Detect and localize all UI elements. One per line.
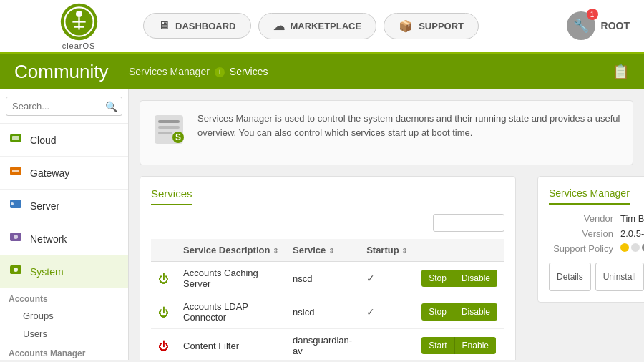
check-1: ✓ <box>366 306 375 318</box>
breadcrumb-services-manager[interactable]: Services Manager <box>129 66 210 77</box>
nav-marketplace-label: MARKETPLACE <box>291 21 362 31</box>
svg-rect-11 <box>12 170 19 172</box>
svg-rect-21 <box>158 132 172 134</box>
sidebar-item-server-label: Server <box>30 200 59 212</box>
svg-point-15 <box>14 235 18 239</box>
sidebar-item-gateway[interactable]: Gateway <box>0 157 128 190</box>
sidebar-item-cloud-label: Cloud <box>30 134 57 146</box>
breadcrumb-separator: + <box>214 65 225 77</box>
svg-point-2 <box>75 10 82 16</box>
nav-support[interactable]: 📦 SUPPORT <box>384 13 479 39</box>
sidebar-sub-users[interactable]: Users <box>0 325 128 343</box>
status-icon-2: ⏻ <box>158 340 169 352</box>
system-icon <box>9 263 23 280</box>
svg-rect-9 <box>12 136 19 140</box>
clearos-logo <box>59 2 99 41</box>
th-description[interactable]: Service Description ⇕ <box>176 239 286 262</box>
support-icon: 📦 <box>399 19 413 33</box>
th-actions <box>414 239 504 262</box>
cell-svc-2: dansguardian-av <box>286 329 359 361</box>
gateway-icon <box>9 164 23 182</box>
panel-buttons: Details Uninstall Rate App <box>549 263 644 291</box>
btn-uninstall[interactable]: Uninstall <box>595 263 644 291</box>
community-title: Community <box>14 61 129 83</box>
sort-service: ⇕ <box>328 247 334 255</box>
nav-dashboard-label: DASHBOARD <box>175 21 236 31</box>
version-value: 2.0.5-1 <box>620 228 644 239</box>
status-icon-0: ⏻ <box>158 273 169 285</box>
cell-desc-2: Content Filter <box>176 329 286 361</box>
nav-dashboard[interactable]: 🖥 DASHBOARD <box>143 13 251 39</box>
info-row-policy: Support Policy <box>549 243 644 254</box>
logo-area: clearOS <box>14 2 143 50</box>
page-icon-right: 📋 <box>612 63 630 80</box>
sidebar-sub-groups[interactable]: Groups <box>0 307 128 325</box>
info-text: Services Manager is used to control the … <box>197 112 622 140</box>
svg-rect-20 <box>158 126 180 129</box>
btn-start-2[interactable]: Start <box>421 337 454 354</box>
th-service-label: Service <box>293 245 326 255</box>
cell-desc-0: Accounts Caching Server <box>176 262 286 295</box>
svg-text:S: S <box>175 132 181 142</box>
info-row-vendor: Vendor Tim Burgess <box>549 213 644 224</box>
wrench-icon: 🔧 <box>573 18 589 34</box>
check-0: ✓ <box>366 273 375 284</box>
root-button[interactable]: 🔧 1 ROOT <box>567 11 630 40</box>
main-layout: 🔍 Cloud Gateway Server Network <box>0 89 644 360</box>
nav-marketplace[interactable]: ☁ MARKETPLACE <box>258 13 377 39</box>
btn-stop-1[interactable]: Stop <box>421 303 454 321</box>
sidebar: 🔍 Cloud Gateway Server Network <box>0 89 129 360</box>
services-panel: Services Service Description ⇕ <box>140 176 516 360</box>
dashboard-icon: 🖥 <box>158 19 170 32</box>
cell-svc-1: nslcd <box>286 295 359 329</box>
info-row-version: Version 2.0.5-1 <box>549 228 644 239</box>
nav-items: 🖥 DASHBOARD ☁ MARKETPLACE 📦 SUPPORT <box>143 13 567 39</box>
nav-support-label: SUPPORT <box>419 21 464 31</box>
svg-rect-19 <box>158 120 180 123</box>
btn-stop-0[interactable]: Stop <box>421 270 454 287</box>
btn-group-1: Stop Disable <box>421 303 497 321</box>
btn-group-0: Stop Disable <box>421 270 497 287</box>
vendor-label: Vendor <box>549 213 620 224</box>
root-icon-wrap: 🔧 1 <box>567 11 595 40</box>
services-panel-title: Services <box>151 187 192 205</box>
th-description-label: Service Description <box>183 245 270 255</box>
btn-details[interactable]: Details <box>549 263 591 291</box>
sidebar-item-system[interactable]: System <box>0 255 128 288</box>
breadcrumb: Services Manager + Services <box>129 65 268 77</box>
root-label: ROOT <box>601 20 630 31</box>
policy-dots <box>620 243 644 254</box>
root-area: 🔧 1 ROOT <box>567 11 630 40</box>
sort-startup: ⇕ <box>401 247 407 255</box>
version-label: Version <box>549 228 620 239</box>
svg-point-13 <box>11 202 14 205</box>
th-startup[interactable]: Startup ⇕ <box>359 239 414 262</box>
services-table: Service Description ⇕ Service ⇕ Startup … <box>151 239 504 360</box>
filter-input[interactable] <box>433 214 504 232</box>
cell-svc-0: nscd <box>286 262 359 295</box>
svg-text:+: + <box>217 67 222 77</box>
breadcrumb-services: Services <box>230 66 268 77</box>
search-button[interactable]: 🔍 <box>105 101 117 112</box>
search-box: 🔍 <box>0 89 128 124</box>
btn-enable-2[interactable]: Enable <box>454 337 496 354</box>
two-col: Services Service Description ⇕ <box>140 176 633 360</box>
btn-disable-1[interactable]: Disable <box>454 303 497 321</box>
sidebar-item-server[interactable]: Server <box>0 190 128 222</box>
th-service[interactable]: Service ⇕ <box>286 239 359 262</box>
notification-badge: 1 <box>587 9 598 20</box>
sidebar-section-accounts-manager: Accounts Manager <box>0 343 128 360</box>
info-box-icon: S <box>151 112 187 154</box>
btn-disable-0[interactable]: Disable <box>454 270 497 287</box>
server-icon <box>9 197 23 215</box>
sidebar-item-cloud[interactable]: Cloud <box>0 124 128 157</box>
btn-group-2: Start Enable <box>421 337 497 354</box>
sidebar-item-network[interactable]: Network <box>0 222 128 255</box>
green-bar: Community Services Manager + Services 📋 <box>0 54 644 89</box>
cloud-icon <box>9 131 23 149</box>
right-panel: Services Manager Vendor Tim Burgess Vers… <box>527 176 644 360</box>
th-startup-label: Startup <box>366 245 399 255</box>
table-row: ⏻ Content Filter dansguardian-av Start E… <box>151 329 504 361</box>
svg-point-17 <box>14 268 18 272</box>
sort-description: ⇕ <box>273 247 278 255</box>
